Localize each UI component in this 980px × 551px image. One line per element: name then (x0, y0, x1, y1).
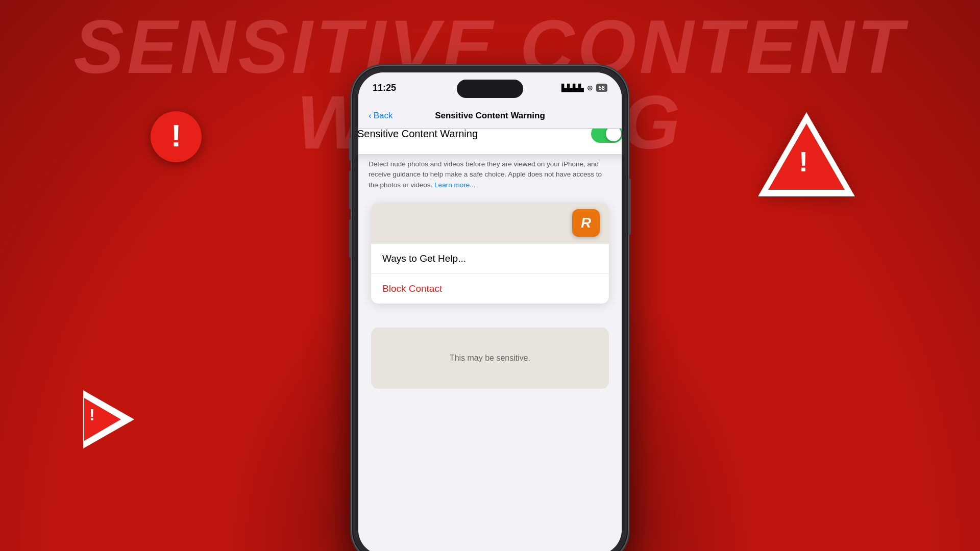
block-contact-item[interactable]: Block Contact (371, 273, 609, 304)
warning-circle-icon: ! (151, 111, 202, 162)
app-icon-letter: R (581, 215, 591, 231)
block-contact-label: Block Contact (382, 283, 442, 294)
toggle-knob (606, 129, 621, 141)
toggle-switch[interactable] (591, 129, 622, 143)
app-icon: R (572, 209, 600, 237)
iphone-frame: 11:25 ▙▙▙▙ ⊕ 58 ‹ Back Sensitive Content… (352, 66, 628, 551)
iphone-device: 11:25 ▙▙▙▙ ⊕ 58 ‹ Back Sensitive Content… (352, 66, 628, 551)
volume-down-button (349, 219, 352, 258)
back-button[interactable]: ‹ Back (369, 111, 393, 121)
triangle-exclaim-icon: ! (799, 145, 808, 178)
ways-to-help-label: Ways to Get Help... (382, 253, 466, 264)
dynamic-island (457, 80, 523, 98)
sensitive-content-card: This may be sensitive. (371, 328, 609, 389)
status-icons: ▙▙▙▙ ⊕ 58 (561, 84, 607, 92)
iphone-screen: 11:25 ▙▙▙▙ ⊕ 58 ‹ Back Sensitive Content… (358, 72, 622, 551)
exclaim-icon: ! (171, 120, 182, 152)
navigation-bar: ‹ Back Sensitive Content Warning (358, 103, 622, 129)
sensitive-text: This may be sensitive. (450, 354, 530, 363)
toggle-card: Sensitive Content Warning (358, 129, 622, 154)
battery-indicator: 58 (596, 84, 607, 92)
nav-title: Sensitive Content Warning (435, 111, 545, 121)
app-icon-area: R (371, 203, 609, 243)
description-body: Detect nude photos and videos before the… (369, 160, 602, 189)
status-time: 11:25 (373, 83, 396, 93)
content-area: Sensitive Content Warning Detect nude ph… (358, 129, 622, 551)
play-warning-icon: ! (79, 390, 138, 449)
chevron-left-icon: ‹ (369, 111, 372, 121)
back-label: Back (374, 111, 393, 121)
volume-up-button (349, 171, 352, 209)
popup-menu-card: R Ways to Get Help... Block Contact (371, 203, 609, 304)
mute-button (349, 138, 352, 161)
signal-icon: ▙▙▙▙ (561, 84, 584, 92)
toggle-label: Sensitive Content Warning (358, 129, 478, 140)
play-exclaim-icon: ! (89, 406, 95, 424)
wifi-icon: ⊕ (587, 84, 593, 92)
power-button (628, 179, 631, 235)
description-text: Detect nude photos and videos before the… (369, 159, 611, 190)
ways-to-help-item[interactable]: Ways to Get Help... (371, 243, 609, 273)
warning-triangle-icon: ! (755, 112, 857, 204)
learn-more-link[interactable]: Learn more... (434, 181, 475, 189)
